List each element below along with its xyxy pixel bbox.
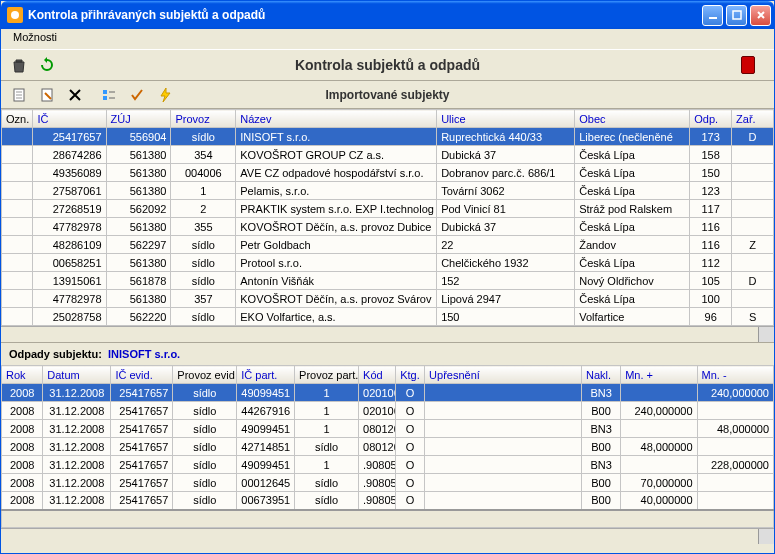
menubar: Možnosti — [1, 29, 774, 49]
col-zuj[interactable]: ZÚJ — [106, 110, 171, 128]
table-row[interactable]: 49356089561380004006AVE CZ odpadové hosp… — [2, 164, 774, 182]
table-row[interactable]: 28674286561380354KOVOŠROT GROUP CZ a.s.D… — [2, 146, 774, 164]
check-icon[interactable] — [127, 85, 147, 105]
waste-subject: INISOFT s.r.o. — [108, 348, 180, 360]
col-odp[interactable]: Odp. — [690, 110, 732, 128]
table-row[interactable]: 200831.12.200825417657sídlo00012645sídlo… — [2, 474, 774, 492]
titlebar[interactable]: Kontrola přihrávaných subjektů a odpadů — [1, 1, 774, 29]
table-row[interactable]: 00658251561380sídloProtool s.r.o.Chelčic… — [2, 254, 774, 272]
waste-heading: Odpady subjektu: INISOFT s.r.o. — [1, 342, 774, 365]
col-rok[interactable]: Rok — [2, 366, 43, 384]
col-datum[interactable]: Datum — [43, 366, 111, 384]
options-icon[interactable] — [99, 85, 119, 105]
col-provoz[interactable]: Provoz — [171, 110, 236, 128]
table-row[interactable]: 200831.12.200825417657sídlo00673951sídlo… — [2, 492, 774, 510]
table-row[interactable]: 272685195620922PRAKTIK system s.r.o. EXP… — [2, 200, 774, 218]
refresh-icon[interactable] — [37, 55, 57, 75]
main-heading: Kontrola subjektů a odpadů — [295, 57, 480, 73]
waste-grid[interactable]: Rok Datum IČ evid. Provoz evid IČ part. … — [1, 365, 774, 544]
col-ulice[interactable]: Ulice — [437, 110, 575, 128]
col-mnp[interactable]: Mn. + — [621, 366, 697, 384]
col-obec[interactable]: Obec — [575, 110, 690, 128]
svg-rect-4 — [103, 90, 107, 94]
col-kod[interactable]: Kód — [359, 366, 396, 384]
close-button[interactable] — [750, 5, 771, 26]
scrollbar[interactable] — [1, 528, 774, 544]
col-icpart[interactable]: IČ part. — [237, 366, 295, 384]
col-ozn[interactable]: Ozn. — [2, 110, 33, 128]
subjects-grid[interactable]: Ozn. IČ ZÚJ Provoz Název Ulice Obec Odp.… — [1, 109, 774, 342]
delete-icon[interactable] — [9, 55, 29, 75]
table-row[interactable]: 275870615613801Pelamis, s.r.o.Tovární 30… — [2, 182, 774, 200]
table-row[interactable]: 47782978561380355KOVOŠROT Děčín, a.s. pr… — [2, 218, 774, 236]
minimize-button[interactable] — [702, 5, 723, 26]
table-row[interactable]: 25028758562220sídloEKO Volfartice, a.s.1… — [2, 308, 774, 326]
doc-edit-icon[interactable] — [37, 85, 57, 105]
col-zar[interactable]: Zař. — [732, 110, 774, 128]
table-row[interactable]: 200831.12.200825417657sídlo4426791610201… — [2, 402, 774, 420]
table-row[interactable]: 200831.12.200825417657sídlo42714851sídlo… — [2, 438, 774, 456]
table-row[interactable]: 200831.12.200825417657sídlo4909945110801… — [2, 420, 774, 438]
col-ic[interactable]: IČ — [33, 110, 106, 128]
delete-x-icon[interactable] — [65, 85, 85, 105]
menu-options[interactable]: Možnosti — [7, 29, 63, 45]
toolbar-sub: Importované subjekty — [1, 81, 774, 109]
maximize-button[interactable] — [726, 5, 747, 26]
svg-rect-0 — [709, 17, 717, 19]
app-icon — [7, 7, 23, 23]
col-ktg[interactable]: Ktg. — [396, 366, 425, 384]
table-row[interactable]: 25417657556904sídloINISOFT s.r.o.Ruprech… — [2, 128, 774, 146]
status-indicator-icon — [738, 55, 758, 75]
col-provozevid[interactable]: Provoz evid — [173, 366, 237, 384]
scrollbar[interactable] — [1, 326, 774, 342]
svg-rect-5 — [103, 96, 107, 100]
col-nakl[interactable]: Nakl. — [581, 366, 620, 384]
col-upresneni[interactable]: Upřesnění — [425, 366, 582, 384]
svg-rect-1 — [733, 11, 741, 19]
col-icevid[interactable]: IČ evid. — [111, 366, 173, 384]
table-row[interactable]: 200831.12.200825417657sídlo4909945110201… — [2, 384, 774, 402]
window-title: Kontrola přihrávaných subjektů a odpadů — [28, 8, 702, 22]
waste-label: Odpady subjektu: — [9, 348, 102, 360]
lightning-icon[interactable] — [155, 85, 175, 105]
col-mnm[interactable]: Mn. - — [697, 366, 773, 384]
table-row[interactable]: 48286109562297sídloPetr Goldbach22Žandov… — [2, 236, 774, 254]
col-nazev[interactable]: Název — [236, 110, 437, 128]
col-provozpart[interactable]: Provoz part. — [295, 366, 359, 384]
table-row[interactable]: 200831.12.200825417657sídlo490994511.908… — [2, 456, 774, 474]
app-window: Kontrola přihrávaných subjektů a odpadů … — [0, 0, 775, 554]
sub-heading: Importované subjekty — [325, 88, 449, 102]
table-row[interactable]: 47782978561380357KOVOŠROT Děčín, a.s. pr… — [2, 290, 774, 308]
toolbar-main: Kontrola subjektů a odpadů — [1, 49, 774, 81]
doc-new-icon[interactable] — [9, 85, 29, 105]
table-row[interactable]: 13915061561878sídloAntonín Višňák152Nový… — [2, 272, 774, 290]
